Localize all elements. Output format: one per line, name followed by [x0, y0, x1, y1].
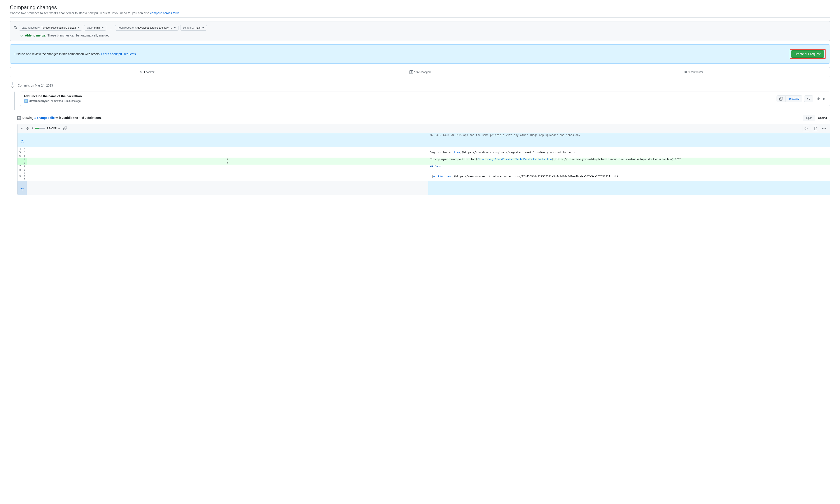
tip-label[interactable]: Tip	[815, 96, 826, 102]
diff-line-addition: 8 +	[18, 161, 830, 165]
unified-view-button[interactable]: Unified	[815, 115, 830, 121]
base-branch-dropdown[interactable]: base: main	[84, 25, 106, 31]
author-avatar[interactable]: 👕	[24, 99, 28, 103]
chevron-down-icon[interactable]	[20, 127, 24, 131]
commit-author[interactable]: developedbyteri	[29, 100, 49, 103]
create-pr-highlight: Create pull request	[790, 49, 826, 59]
split-view-button[interactable]: Split	[803, 115, 815, 121]
arrow-left-icon: ← ···	[108, 25, 113, 30]
file-diff-icon	[17, 116, 21, 120]
stats-bar: 1 commit 1 file changed 1 contributor	[10, 67, 830, 77]
learn-pull-requests-link[interactable]: Learn about pull requests	[101, 52, 136, 56]
diff-line: 5 5 Sign up for a [free](https://cloudin…	[18, 150, 830, 154]
changed-files-link[interactable]: 1 changed file	[34, 116, 54, 120]
caret-down-icon	[78, 27, 80, 28]
diff-count: 2	[32, 127, 33, 130]
commits-date-label: Commits on Mar 24, 2023	[18, 84, 53, 87]
copy-icon	[780, 97, 783, 101]
unfold-up-icon[interactable]	[20, 140, 24, 143]
contributors-stat[interactable]: 1 contributor	[557, 67, 830, 77]
check-icon	[20, 34, 24, 37]
diff-hunk-row: @@ -4,6 +4,8 @@ This app has the same pr…	[18, 133, 830, 147]
diff-view-toggle: Split Unified	[803, 115, 830, 121]
view-source-button[interactable]	[803, 126, 810, 131]
filename[interactable]: README.md	[47, 127, 61, 130]
commit-card: Add: include the name of the hackathon 👕…	[20, 92, 830, 106]
commit-title[interactable]: Add: include the name of the hackathon	[24, 94, 82, 98]
diff-line-addition: 7 + This project was part of the [Cloudi…	[18, 158, 830, 161]
compare-across-forks-link[interactable]: compare across forks	[150, 11, 180, 15]
copy-icon	[64, 127, 67, 130]
diff-line: 7 9 ## Demo	[18, 165, 830, 168]
diff-table: @@ -4,6 +4,8 @@ This app has the same pr…	[18, 133, 830, 195]
git-compare-icon	[14, 26, 17, 30]
view-file-button[interactable]	[812, 126, 819, 131]
commit-sha-link[interactable]: aca1752	[786, 96, 802, 102]
kebab-menu-button[interactable]: •••	[821, 126, 827, 131]
caret-down-icon	[174, 27, 176, 28]
base-repo-dropdown[interactable]: base repository: Terieyenike/cloudinary-…	[19, 25, 82, 31]
file-icon	[814, 127, 817, 130]
compare-branch-dropdown[interactable]: compare: main	[180, 25, 207, 31]
unfold-down-icon	[20, 187, 24, 191]
create-pull-request-button[interactable]: Create pull request	[791, 50, 824, 58]
diff-summary: Showing 1 changed file with 2 additions …	[17, 116, 102, 120]
file-diff-box: 2 README.md ••• @@ -4,6 +4,8 @	[17, 124, 830, 195]
files-stat[interactable]: 1 file changed	[283, 67, 557, 77]
range-editor: base repository: Terieyenike/cloudinary-…	[10, 21, 830, 41]
merge-status: Able to merge. These branches can be aut…	[14, 34, 826, 37]
unfold-icon[interactable]	[26, 127, 29, 131]
diff-expand-row[interactable]	[18, 181, 830, 195]
people-icon	[684, 70, 687, 74]
diff-line: 4 4	[18, 147, 830, 150]
git-commit-icon	[11, 85, 14, 89]
browse-code-button[interactable]	[804, 96, 813, 102]
diff-line: 9 11 ![working demo](https://user-images…	[18, 175, 830, 181]
page-title: Comparing changes	[10, 4, 830, 11]
diff-line: 8 10	[18, 168, 830, 175]
head-repo-dropdown[interactable]: head repository: developedbyteri/cloudin…	[115, 25, 178, 31]
copy-sha-button[interactable]	[777, 96, 786, 102]
caret-down-icon	[202, 27, 204, 28]
alert-icon	[817, 97, 820, 101]
file-diff-icon	[409, 70, 413, 74]
commits-stat[interactable]: 1 commit	[10, 67, 283, 77]
code-icon	[805, 127, 808, 130]
pull-request-flash: Discuss and review the changes in this c…	[10, 44, 830, 64]
git-commit-icon	[139, 70, 142, 74]
code-icon	[807, 97, 810, 101]
commits-date-row: Commits on Mar 24, 2023	[10, 83, 830, 89]
diffstat-blocks	[35, 128, 45, 129]
caret-down-icon	[102, 27, 103, 28]
diff-line: 6 6	[18, 154, 830, 158]
commit-time: 4 minutes ago	[64, 100, 81, 103]
page-subtitle: Choose two branches to see what's change…	[10, 11, 830, 15]
flash-text: Discuss and review the changes in this c…	[14, 52, 101, 56]
copy-path-button[interactable]	[64, 127, 67, 131]
